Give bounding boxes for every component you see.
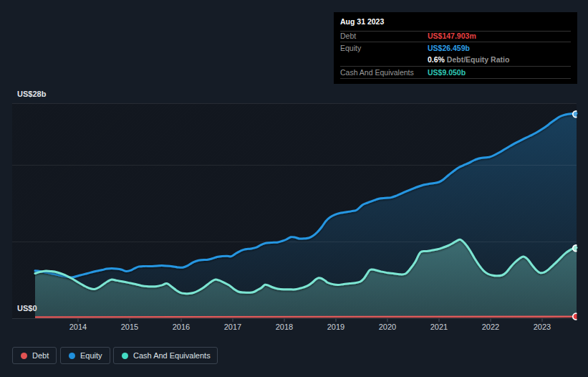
svg-text:2021: 2021	[430, 323, 448, 331]
svg-text:2022: 2022	[482, 323, 499, 331]
svg-text:2019: 2019	[327, 323, 344, 331]
svg-text:2020: 2020	[379, 323, 396, 331]
svg-text:2017: 2017	[224, 323, 241, 331]
svg-text:2016: 2016	[173, 323, 190, 331]
svg-text:2018: 2018	[276, 323, 293, 331]
svg-text:2015: 2015	[121, 323, 138, 331]
svg-text:2023: 2023	[534, 323, 551, 331]
svg-text:US$0: US$0	[17, 304, 37, 312]
svg-text:2014: 2014	[69, 323, 87, 331]
svg-text:US$28b: US$28b	[17, 90, 47, 98]
